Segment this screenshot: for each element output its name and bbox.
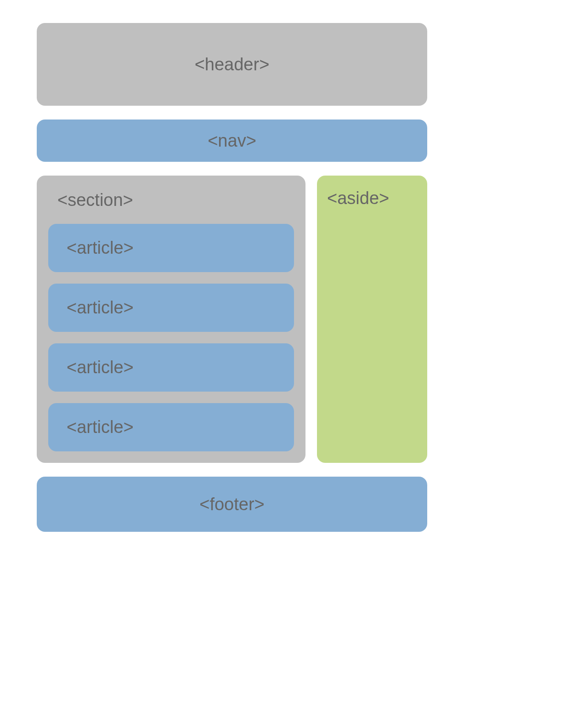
header-region: <header>	[37, 23, 427, 106]
layout-diagram: <header> <nav> <section> <article> <arti…	[37, 23, 427, 532]
section-label: <section>	[48, 186, 294, 212]
article-label: <article>	[67, 238, 134, 258]
footer-region: <footer>	[37, 477, 427, 532]
aside-region: <aside>	[317, 176, 427, 463]
article-label: <article>	[67, 298, 134, 318]
middle-row: <section> <article> <article> <article> …	[37, 176, 427, 463]
article-label: <article>	[67, 417, 134, 437]
nav-label: <nav>	[208, 131, 256, 151]
article-region: <article>	[48, 224, 294, 272]
header-label: <header>	[195, 55, 270, 74]
article-region: <article>	[48, 403, 294, 451]
article-region: <article>	[48, 284, 294, 332]
footer-label: <footer>	[199, 495, 265, 514]
article-label: <article>	[67, 358, 134, 377]
section-region: <section> <article> <article> <article> …	[37, 176, 305, 463]
article-region: <article>	[48, 343, 294, 392]
nav-region: <nav>	[37, 120, 427, 162]
aside-label: <aside>	[327, 188, 389, 208]
